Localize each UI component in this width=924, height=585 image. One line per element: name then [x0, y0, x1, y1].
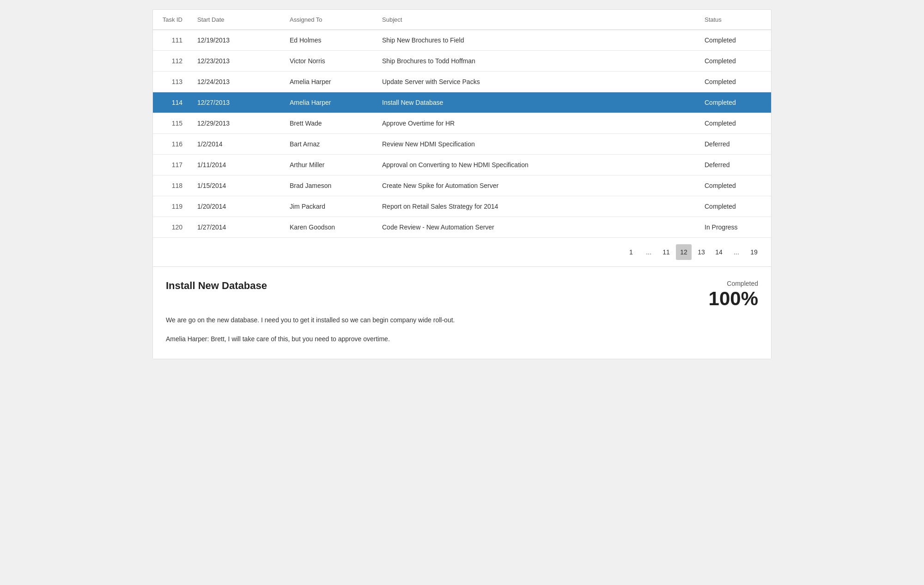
- cell-subject: Install New Database: [375, 92, 697, 113]
- cell-status: Completed: [697, 92, 771, 113]
- main-container: Task ID Start Date Assigned To Subject S…: [152, 9, 772, 359]
- detail-title: Install New Database: [166, 280, 267, 292]
- table-row[interactable]: 11512/29/2013Brett WadeApprove Overtime …: [153, 113, 771, 134]
- cell-start-date: 1/2/2014: [190, 134, 282, 155]
- col-header-status: Status: [697, 10, 771, 30]
- cell-status: Completed: [697, 30, 771, 51]
- cell-status: Completed: [697, 175, 771, 196]
- task-table: Task ID Start Date Assigned To Subject S…: [153, 10, 771, 238]
- table-row[interactable]: 1191/20/2014Jim PackardReport on Retail …: [153, 196, 771, 217]
- detail-header: Install New Database Completed 100%: [166, 280, 758, 309]
- pagination-page-btn[interactable]: 13: [693, 244, 709, 260]
- detail-status-block: Completed 100%: [709, 280, 758, 309]
- table-row[interactable]: 11312/24/2013Amelia HarperUpdate Server …: [153, 72, 771, 92]
- cell-task-id: 118: [153, 175, 190, 196]
- cell-start-date: 1/20/2014: [190, 196, 282, 217]
- cell-task-id: 113: [153, 72, 190, 92]
- cell-start-date: 12/27/2013: [190, 92, 282, 113]
- cell-start-date: 1/27/2014: [190, 217, 282, 238]
- cell-subject: Approval on Converting to New HDMI Speci…: [375, 155, 697, 175]
- cell-status: Completed: [697, 113, 771, 134]
- cell-subject: Update Server with Service Packs: [375, 72, 697, 92]
- cell-status: In Progress: [697, 217, 771, 238]
- table-row[interactable]: 11212/23/2013Victor NorrisShip Brochures…: [153, 51, 771, 72]
- pagination: 1...11121314...19: [153, 238, 771, 267]
- pagination-page-btn[interactable]: 1: [623, 244, 639, 260]
- cell-assigned-to: Brett Wade: [282, 113, 375, 134]
- cell-task-id: 111: [153, 30, 190, 51]
- detail-description: We are go on the new database. I need yo…: [166, 315, 758, 325]
- cell-task-id: 116: [153, 134, 190, 155]
- task-table-section: Task ID Start Date Assigned To Subject S…: [153, 10, 771, 238]
- cell-assigned-to: Ed Holmes: [282, 30, 375, 51]
- pagination-ellipsis: ...: [641, 244, 657, 260]
- cell-status: Deferred: [697, 155, 771, 175]
- cell-assigned-to: Amelia Harper: [282, 92, 375, 113]
- cell-task-id: 115: [153, 113, 190, 134]
- cell-subject: Approve Overtime for HR: [375, 113, 697, 134]
- detail-section: Install New Database Completed 100% We a…: [153, 267, 771, 359]
- cell-status: Completed: [697, 72, 771, 92]
- cell-assigned-to: Jim Packard: [282, 196, 375, 217]
- table-row[interactable]: 1201/27/2014Karen GoodsonCode Review - N…: [153, 217, 771, 238]
- table-row[interactable]: 1171/11/2014Arthur MillerApproval on Con…: [153, 155, 771, 175]
- cell-status: Completed: [697, 51, 771, 72]
- cell-assigned-to: Amelia Harper: [282, 72, 375, 92]
- cell-assigned-to: Brad Jameson: [282, 175, 375, 196]
- cell-start-date: 12/23/2013: [190, 51, 282, 72]
- table-row[interactable]: 11412/27/2013Amelia HarperInstall New Da…: [153, 92, 771, 113]
- table-row[interactable]: 1181/15/2014Brad JamesonCreate New Spike…: [153, 175, 771, 196]
- cell-subject: Ship Brochures to Todd Hoffman: [375, 51, 697, 72]
- cell-status: Completed: [697, 196, 771, 217]
- cell-subject: Review New HDMI Specification: [375, 134, 697, 155]
- cell-task-id: 112: [153, 51, 190, 72]
- cell-start-date: 1/11/2014: [190, 155, 282, 175]
- cell-subject: Report on Retail Sales Strategy for 2014: [375, 196, 697, 217]
- pagination-page-btn[interactable]: 12: [676, 244, 692, 260]
- cell-start-date: 12/24/2013: [190, 72, 282, 92]
- pagination-page-btn[interactable]: 11: [658, 244, 674, 260]
- pagination-ellipsis: ...: [729, 244, 744, 260]
- col-header-subject: Subject: [375, 10, 697, 30]
- pagination-page-btn[interactable]: 14: [711, 244, 727, 260]
- table-row[interactable]: 1161/2/2014Bart ArnazReview New HDMI Spe…: [153, 134, 771, 155]
- cell-subject: Ship New Brochures to Field: [375, 30, 697, 51]
- cell-task-id: 114: [153, 92, 190, 113]
- col-header-start-date: Start Date: [190, 10, 282, 30]
- cell-subject: Code Review - New Automation Server: [375, 217, 697, 238]
- cell-assigned-to: Bart Arnaz: [282, 134, 375, 155]
- detail-status-label: Completed: [709, 280, 758, 287]
- cell-assigned-to: Karen Goodson: [282, 217, 375, 238]
- cell-start-date: 1/15/2014: [190, 175, 282, 196]
- table-header-row: Task ID Start Date Assigned To Subject S…: [153, 10, 771, 30]
- cell-status: Deferred: [697, 134, 771, 155]
- cell-assigned-to: Arthur Miller: [282, 155, 375, 175]
- cell-assigned-to: Victor Norris: [282, 51, 375, 72]
- cell-task-id: 119: [153, 196, 190, 217]
- pagination-page-btn[interactable]: 19: [746, 244, 762, 260]
- cell-start-date: 12/29/2013: [190, 113, 282, 134]
- detail-percent: 100%: [709, 288, 758, 309]
- col-header-task-id: Task ID: [153, 10, 190, 30]
- cell-subject: Create New Spike for Automation Server: [375, 175, 697, 196]
- cell-task-id: 120: [153, 217, 190, 238]
- detail-comment: Amelia Harper: Brett, I will take care o…: [166, 334, 758, 344]
- col-header-assigned-to: Assigned To: [282, 10, 375, 30]
- cell-start-date: 12/19/2013: [190, 30, 282, 51]
- detail-title-block: Install New Database: [166, 280, 267, 292]
- table-row[interactable]: 11112/19/2013Ed HolmesShip New Brochures…: [153, 30, 771, 51]
- cell-task-id: 117: [153, 155, 190, 175]
